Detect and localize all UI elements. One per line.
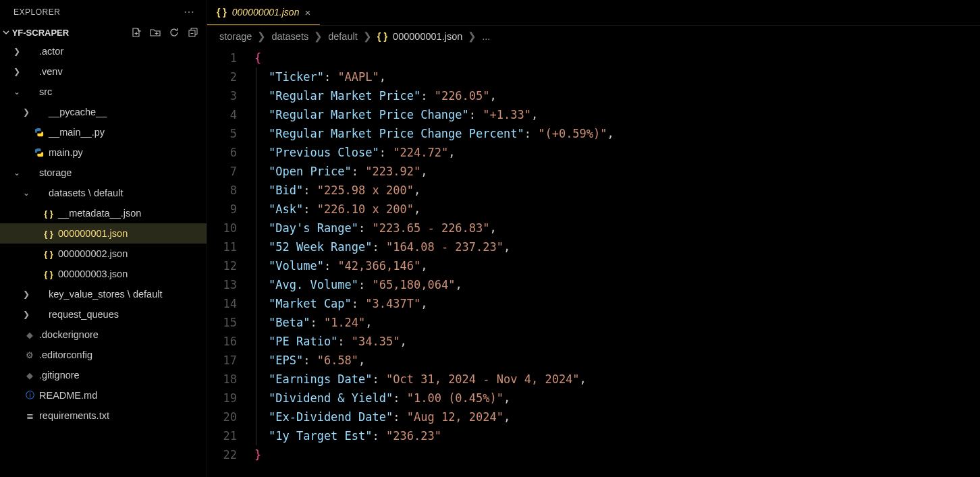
file-row[interactable]: { }000000002.json xyxy=(0,244,207,264)
tree-item-label: request_queues xyxy=(49,309,119,320)
line-number: 15 xyxy=(207,313,237,332)
folder-row[interactable]: ❯__pycache__ xyxy=(0,102,207,122)
chevron-down-icon xyxy=(3,29,9,36)
line-number: 20 xyxy=(207,408,237,426)
explorer-title: EXPLORER xyxy=(13,7,60,17)
tree-item-label: 000000003.json xyxy=(58,269,128,279)
line-number: 18 xyxy=(207,370,237,389)
lines-icon: ≣ xyxy=(23,411,36,421)
file-row[interactable]: ⓘREADME.md xyxy=(0,385,207,405)
folder-row[interactable]: ⌄datasets \ default xyxy=(0,183,207,203)
tree-item-label: requirements.txt xyxy=(39,410,109,421)
explorer-more-icon[interactable]: ⋯ xyxy=(184,5,195,18)
chevron-right-icon: ❯ xyxy=(468,31,477,42)
file-row[interactable]: ◆.gitignore xyxy=(0,365,207,385)
json-icon: { } xyxy=(42,269,55,279)
line-number: 2 xyxy=(207,67,237,86)
gear-icon: ⚙ xyxy=(23,350,36,360)
chevron-down-icon: ⌄ xyxy=(12,168,22,177)
chevron-right-icon: ❯ xyxy=(22,310,31,319)
folder-row[interactable]: ❯.actor xyxy=(0,41,207,61)
collapse-all-icon[interactable] xyxy=(188,27,198,38)
line-number: 12 xyxy=(207,256,237,275)
folder-row[interactable]: ⌄storage xyxy=(0,163,207,183)
tree-item-label: .actor xyxy=(39,46,63,57)
chevron-down-icon: ⌄ xyxy=(22,188,31,198)
json-icon: { } xyxy=(42,249,55,259)
line-number: 10 xyxy=(207,219,237,237)
tree-item-label: src xyxy=(39,86,52,97)
line-number: 19 xyxy=(207,389,237,408)
workspace-header[interactable]: YF-SCRAPER xyxy=(0,24,207,41)
line-number: 14 xyxy=(207,294,237,313)
refresh-icon[interactable] xyxy=(169,27,180,38)
file-icon: ◆ xyxy=(23,330,36,340)
line-number: 22 xyxy=(207,445,237,464)
json-icon: { } xyxy=(217,7,227,18)
tab-000000001-json[interactable]: { } 000000001.json × xyxy=(207,0,320,25)
breadcrumb-file[interactable]: 000000001.json xyxy=(393,31,462,42)
line-number: 16 xyxy=(207,332,237,351)
editor-area: { } 000000001.json × storage❯datasets❯de… xyxy=(207,0,980,477)
tree-item-label: storage xyxy=(39,167,72,178)
tree-item-label: key_value_stores \ default xyxy=(49,289,162,300)
tab-bar: { } 000000001.json × xyxy=(207,0,980,26)
line-number: 11 xyxy=(207,237,237,256)
folder-row[interactable]: ❯.venv xyxy=(0,61,207,82)
code-content[interactable]: {"Ticker": "AAPL","Regular Market Price"… xyxy=(254,49,980,477)
tree-item-label: __pycache__ xyxy=(49,107,107,117)
chevron-down-icon: ⌄ xyxy=(12,87,22,96)
chevron-right-icon: ❯ xyxy=(12,47,22,56)
line-number: 1 xyxy=(207,49,237,67)
line-number: 13 xyxy=(207,275,237,294)
line-number: 21 xyxy=(207,426,237,445)
tree-item-label: 000000002.json xyxy=(58,248,128,259)
folder-row[interactable]: ⌄src xyxy=(0,82,207,102)
json-icon: { } xyxy=(377,31,387,42)
line-number: 5 xyxy=(207,124,237,143)
chevron-right-icon: ❯ xyxy=(22,289,31,299)
json-icon: { } xyxy=(42,229,55,239)
line-number: 9 xyxy=(207,200,237,219)
explorer-header: EXPLORER ⋯ xyxy=(0,0,207,24)
code-editor[interactable]: 12345678910111213141516171819202122 {"Ti… xyxy=(207,47,980,477)
line-number: 3 xyxy=(207,86,237,105)
file-row[interactable]: ≣requirements.txt xyxy=(0,405,207,426)
close-icon[interactable]: × xyxy=(304,7,310,18)
file-row[interactable]: ⚙.editorconfig xyxy=(0,345,207,365)
line-number: 17 xyxy=(207,351,237,370)
tree-item-label: datasets \ default xyxy=(49,188,123,198)
line-gutter: 12345678910111213141516171819202122 xyxy=(207,49,254,477)
breadcrumb-segment[interactable]: datasets xyxy=(271,31,308,42)
file-tree: ❯.actor❯.venv⌄src❯__pycache____main__.py… xyxy=(0,41,207,477)
tree-item-label: .gitignore xyxy=(39,370,80,381)
chevron-right-icon: ❯ xyxy=(12,67,22,76)
breadcrumb-segment[interactable]: default xyxy=(328,31,358,42)
new-file-icon[interactable] xyxy=(131,27,142,38)
json-icon: { } xyxy=(42,208,55,219)
file-row[interactable]: __main__.py xyxy=(0,122,207,142)
tree-item-label: .dockerignore xyxy=(39,329,99,340)
line-number: 8 xyxy=(207,181,237,200)
folder-row[interactable]: ❯request_queues xyxy=(0,304,207,325)
tab-label: 000000001.json xyxy=(232,7,300,18)
tree-item-label: __main__.py xyxy=(49,127,105,138)
file-row[interactable]: ◆.dockerignore xyxy=(0,325,207,345)
breadcrumb[interactable]: storage❯datasets❯default❯{ }000000001.js… xyxy=(207,26,980,47)
breadcrumb-tail[interactable]: ... xyxy=(482,31,490,42)
python-icon xyxy=(32,148,46,157)
tree-item-label: 000000001.json xyxy=(58,228,128,239)
line-number: 7 xyxy=(207,162,237,181)
file-row[interactable]: { }000000003.json xyxy=(0,264,207,284)
tree-item-label: __metadata__.json xyxy=(58,208,141,219)
file-row[interactable]: main.py xyxy=(0,142,207,163)
new-folder-icon[interactable] xyxy=(150,27,161,38)
line-number: 6 xyxy=(207,143,237,162)
chevron-right-icon: ❯ xyxy=(314,31,323,42)
workspace-label: YF-SCRAPER xyxy=(3,28,69,38)
breadcrumb-segment[interactable]: storage xyxy=(219,31,252,42)
tree-item-label: .editorconfig xyxy=(39,349,92,360)
file-row[interactable]: { }__metadata__.json xyxy=(0,203,207,223)
file-row[interactable]: { }000000001.json xyxy=(0,223,207,244)
folder-row[interactable]: ❯key_value_stores \ default xyxy=(0,284,207,304)
